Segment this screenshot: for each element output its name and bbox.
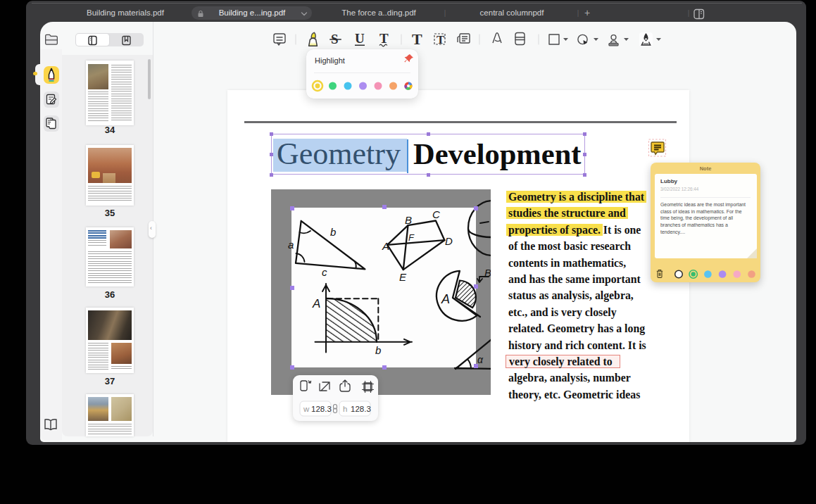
svg-text:B: B: [484, 267, 491, 279]
svg-text:α: α: [477, 354, 484, 365]
svg-text:E: E: [399, 271, 407, 283]
svg-text:B: B: [405, 214, 412, 226]
svg-text:c: c: [322, 266, 327, 278]
svg-text:b: b: [330, 226, 336, 238]
svg-text:T: T: [379, 31, 389, 46]
svg-text:a: a: [288, 239, 294, 251]
svg-text:F: F: [408, 232, 415, 243]
svg-text:T: T: [412, 30, 422, 48]
svg-text:C: C: [432, 208, 440, 220]
svg-text:A: A: [382, 240, 389, 252]
svg-text:128.3: 128.3: [311, 405, 332, 413]
svg-text:A: A: [441, 292, 450, 306]
svg-text:U: U: [355, 31, 365, 46]
svg-text:A: A: [312, 297, 320, 310]
svg-text:D: D: [445, 235, 453, 247]
svg-text:h: h: [343, 405, 347, 413]
svg-text:128.3: 128.3: [351, 405, 371, 413]
svg-text:b: b: [375, 344, 381, 356]
svg-text:w: w: [303, 405, 310, 413]
